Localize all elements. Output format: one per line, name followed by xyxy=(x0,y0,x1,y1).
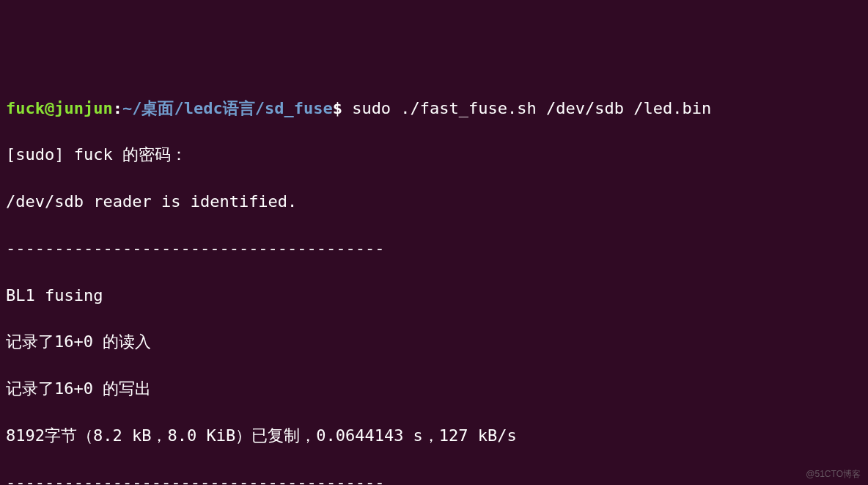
prompt-dollar: $ xyxy=(333,99,342,117)
prompt-path: ~/桌面/ledc语言/sd_fuse xyxy=(122,99,333,117)
output-line: --------------------------------------- xyxy=(6,471,862,485)
output-line: 记录了16+0 的读入 xyxy=(6,330,862,354)
output-line: BL1 fusing xyxy=(6,284,862,307)
prompt-user: fuck@junjun xyxy=(6,99,113,117)
prompt-colon: : xyxy=(113,99,122,117)
output-line: 8192字节（8.2 kB，8.0 KiB）已复制，0.0644143 s，12… xyxy=(6,424,862,448)
prompt-line-1[interactable]: fuck@junjun:~/桌面/ledc语言/sd_fuse$ sudo ./… xyxy=(6,97,862,120)
output-line: 记录了16+0 的写出 xyxy=(6,377,862,401)
watermark: @51CTO博客 xyxy=(806,468,861,481)
output-line: [sudo] fuck 的密码： xyxy=(6,143,862,167)
output-line: /dev/sdb reader is identified. xyxy=(6,190,862,214)
output-line: --------------------------------------- xyxy=(6,237,862,260)
command-text: sudo ./fast_fuse.sh /dev/sdb /led.bin xyxy=(342,99,711,117)
